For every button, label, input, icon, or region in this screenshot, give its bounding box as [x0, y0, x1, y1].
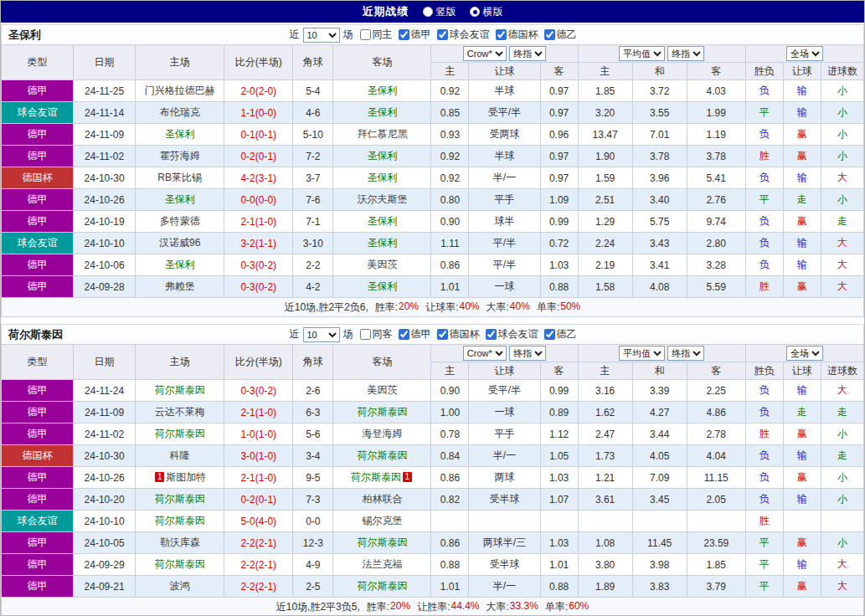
team-name-link[interactable]: 圣保利: [367, 215, 397, 227]
team-name-link[interactable]: 布伦瑞克: [160, 106, 200, 118]
league-filter[interactable]: 德甲: [395, 327, 431, 341]
league-badge[interactable]: 德甲: [2, 470, 73, 485]
team-name-link[interactable]: 锡尔克堡: [362, 515, 402, 526]
match-score-link[interactable]: 1-0(1-0): [224, 424, 293, 445]
league-filter[interactable]: 德国杯: [434, 327, 480, 341]
league-badge[interactable]: 德国杯: [2, 449, 73, 463]
match-score-link[interactable]: 0-2(0-1): [224, 146, 293, 167]
match-score-link[interactable]: 2-2(2-1): [224, 554, 293, 576]
league-badge[interactable]: 球会友谊: [2, 105, 73, 120]
avg-source-select[interactable]: 平均值: [619, 46, 665, 61]
team-name-link[interactable]: 科隆: [170, 449, 190, 461]
match-score-link[interactable]: 0-1(0-1): [224, 124, 293, 146]
odds-stage-select[interactable]: 终指: [509, 346, 546, 361]
match-score-link[interactable]: 4-2(3-1): [224, 167, 293, 189]
league-filter-checkbox[interactable]: [486, 329, 497, 340]
match-score-link[interactable]: 2-0(2-0): [224, 80, 293, 102]
team-name-link[interactable]: 荷尔斯泰因: [155, 493, 205, 505]
match-score-link[interactable]: 0-0(0-0): [224, 189, 293, 211]
recent-count-select[interactable]: 10: [303, 28, 340, 43]
league-badge[interactable]: 德甲: [2, 258, 73, 272]
team-name-link[interactable]: 云达不莱梅: [155, 406, 205, 418]
league-badge[interactable]: 德甲: [2, 492, 73, 506]
radio-icon[interactable]: [470, 7, 480, 17]
team-name-link[interactable]: 美因茨: [367, 384, 397, 396]
team-name-link[interactable]: 汉诺威96: [159, 237, 200, 249]
team-name-link[interactable]: 波鸿: [170, 580, 190, 592]
team-name-link[interactable]: 圣保利: [165, 259, 195, 270]
team-name-link[interactable]: 弗赖堡: [165, 280, 195, 292]
team-name-link[interactable]: 法兰克福: [362, 558, 402, 570]
team-name-link[interactable]: 柏林联合: [362, 493, 402, 505]
league-filter-checkbox[interactable]: [544, 29, 555, 40]
same-venue-filter[interactable]: 同主: [357, 28, 393, 42]
league-badge[interactable]: 德甲: [2, 280, 73, 294]
team-name-link[interactable]: 圣保利: [165, 193, 195, 205]
team-name-link[interactable]: 拜仁慕尼黑: [357, 128, 407, 140]
same-venue-filter[interactable]: 同客: [357, 327, 393, 341]
avg-stage-select[interactable]: 终指: [667, 46, 704, 61]
league-badge[interactable]: 德甲: [2, 214, 73, 228]
team-name-link[interactable]: 圣保利: [367, 280, 397, 292]
league-badge[interactable]: 德甲: [2, 557, 73, 572]
match-score-link[interactable]: 2-1(1-0): [224, 467, 293, 489]
team-name-link[interactable]: 圣保利: [367, 106, 397, 118]
match-score-link[interactable]: 2-1(1-0): [224, 402, 293, 424]
team-name-link[interactable]: 沃尔夫斯堡: [357, 193, 407, 205]
recent-count-select[interactable]: 10: [303, 327, 340, 342]
team-name-link[interactable]: 圣保利: [367, 237, 397, 249]
league-badge[interactable]: 德甲: [2, 427, 73, 441]
avg-stage-select[interactable]: 终指: [667, 346, 704, 361]
league-badge[interactable]: 德甲: [2, 579, 73, 593]
league-badge[interactable]: 德甲: [2, 192, 73, 207]
league-filter[interactable]: 球会友谊: [482, 327, 538, 341]
layout-option-horizontal[interactable]: 横版: [470, 5, 503, 19]
team-name-link[interactable]: 圣保利: [367, 172, 397, 183]
match-score-link[interactable]: 0-3(0-2): [224, 380, 293, 402]
league-filter-checkbox[interactable]: [544, 329, 555, 340]
league-badge[interactable]: 德甲: [2, 405, 73, 419]
team-name-link[interactable]: RB莱比锡: [157, 172, 202, 183]
league-filter[interactable]: 德乙: [541, 327, 577, 341]
league-filter-checkbox[interactable]: [496, 29, 507, 40]
match-score-link[interactable]: 0-2(0-1): [224, 489, 293, 511]
league-filter-checkbox[interactable]: [437, 29, 448, 40]
odds-source-select[interactable]: Crow*: [463, 346, 507, 361]
league-badge[interactable]: 球会友谊: [2, 514, 73, 528]
team-name-link[interactable]: 海登海姆: [362, 428, 402, 439]
league-badge[interactable]: 德甲: [2, 84, 73, 98]
team-name-link[interactable]: 斯图加特: [166, 471, 206, 483]
result-scope-select[interactable]: 全场: [786, 46, 823, 61]
team-name-link[interactable]: 荷尔斯泰因: [155, 558, 205, 570]
team-name-link[interactable]: 圣保利: [367, 85, 397, 96]
league-filter[interactable]: 德甲: [395, 28, 431, 42]
league-filter-checkbox[interactable]: [437, 329, 448, 340]
team-name-link[interactable]: 荷尔斯泰因: [357, 536, 407, 548]
team-name-link[interactable]: 荷尔斯泰因: [155, 384, 205, 396]
layout-option-vertical[interactable]: 竖版: [423, 5, 456, 19]
radio-icon[interactable]: [423, 7, 433, 17]
team-name-link[interactable]: 圣保利: [367, 150, 397, 162]
team-name-link[interactable]: 勒沃库森: [160, 536, 200, 548]
match-score-link[interactable]: 2-2(2-1): [224, 576, 293, 598]
result-scope-select[interactable]: 全场: [786, 346, 823, 361]
match-score-link[interactable]: 5-0(4-0): [224, 511, 293, 532]
team-name-link[interactable]: 荷尔斯泰因: [357, 580, 407, 592]
match-score-link[interactable]: 2-2(2-1): [224, 532, 293, 554]
team-name-link[interactable]: 荷尔斯泰因: [155, 428, 205, 439]
league-filter-checkbox[interactable]: [399, 329, 409, 340]
avg-source-select[interactable]: 平均值: [619, 346, 665, 361]
match-score-link[interactable]: 3-2(1-1): [224, 233, 293, 254]
team-name-link[interactable]: 荷尔斯泰因: [357, 406, 407, 418]
odds-source-select[interactable]: Crow*: [463, 46, 507, 61]
same-venue-checkbox[interactable]: [360, 329, 371, 340]
team-name-link[interactable]: 荷尔斯泰因: [351, 471, 401, 483]
match-score-link[interactable]: 3-0(1-0): [224, 445, 293, 467]
league-badge[interactable]: 球会友谊: [2, 236, 73, 250]
league-badge[interactable]: 德甲: [2, 383, 73, 398]
odds-stage-select[interactable]: 终指: [509, 46, 546, 61]
league-filter[interactable]: 德乙: [541, 28, 577, 42]
team-name-link[interactable]: 荷尔斯泰因: [155, 515, 205, 526]
team-name-link[interactable]: 门兴格拉德巴赫: [145, 85, 215, 96]
match-score-link[interactable]: 1-1(0-0): [224, 102, 293, 124]
